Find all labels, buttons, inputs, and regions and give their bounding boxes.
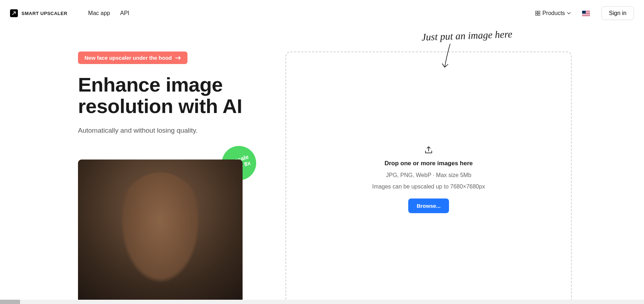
svg-rect-3 [538, 14, 540, 15]
hint-text: Just put an image here [421, 29, 513, 43]
nav-api[interactable]: API [120, 10, 130, 16]
nav-mac-app[interactable]: Mac app [88, 10, 110, 16]
svg-rect-2 [536, 14, 537, 15]
arrow-curve-icon [439, 42, 454, 71]
grid-icon [535, 11, 540, 16]
dropzone-formats: JPG, PNG, WebP · Max size 5Mb [386, 172, 472, 178]
svg-rect-1 [538, 11, 540, 13]
dropzone-title: Drop one or more images here [385, 160, 473, 167]
main: New face upscaler under the hood Enhance… [0, 52, 644, 304]
new-feature-badge[interactable]: New face upscaler under the hood [78, 52, 187, 64]
hero-section: New face upscaler under the hood Enhance… [78, 52, 243, 304]
arrow-right-icon [175, 56, 181, 60]
products-label: Products [542, 10, 565, 16]
header: SMART UPSCALER Mac app API Products Sign… [0, 0, 644, 26]
example-image-wrap: Upscale up to 8x After [78, 160, 243, 304]
chevron-down-icon [567, 11, 571, 15]
brand-name: SMART UPSCALER [21, 11, 67, 16]
hero-title: Enhance imageresolution with AI [78, 74, 243, 117]
brand-logo[interactable]: SMART UPSCALER [10, 9, 67, 17]
nav-links: Mac app API [88, 10, 129, 16]
dropzone-maxsize: Images can be upscaled up to 7680×7680px [372, 183, 485, 190]
example-image [78, 160, 243, 304]
browse-button[interactable]: Browse... [408, 198, 449, 213]
upload-section: Just put an image here Drop one or more … [286, 52, 572, 304]
upscale-icon [10, 9, 18, 17]
header-right: Products Sign in [535, 6, 634, 20]
upload-icon [424, 146, 433, 155]
svg-rect-0 [536, 11, 537, 13]
products-menu[interactable]: Products [535, 10, 571, 16]
language-flag-us[interactable] [582, 11, 590, 16]
face-placeholder [114, 172, 207, 294]
signin-button[interactable]: Sign in [601, 6, 634, 20]
dropzone[interactable]: Drop one or more images here JPG, PNG, W… [286, 52, 572, 304]
badge-text: New face upscaler under the hood [84, 55, 172, 61]
hero-subtitle: Automatically and without losing quality… [78, 127, 243, 134]
horizontal-scrollbar-track [0, 300, 644, 304]
horizontal-scrollbar-thumb[interactable] [0, 300, 20, 304]
